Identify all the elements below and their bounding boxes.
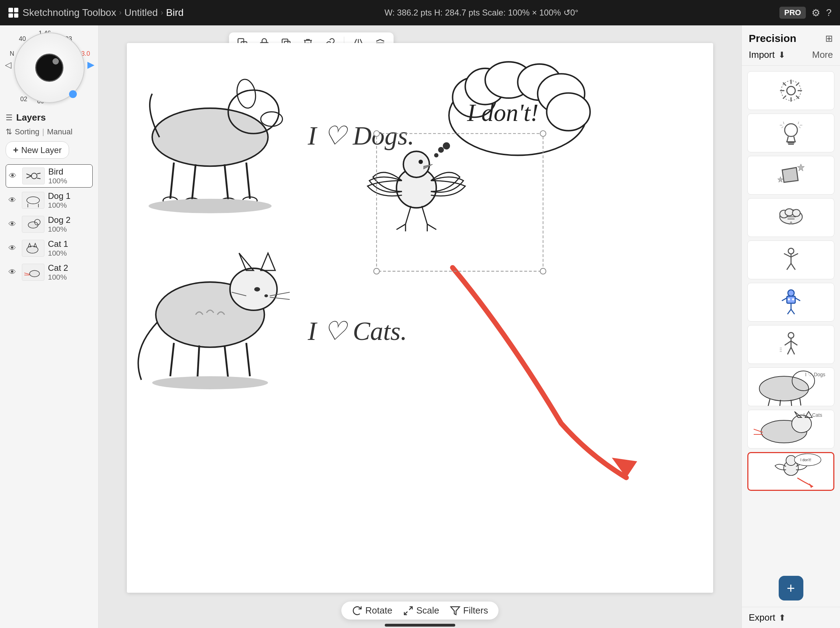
svg-marker-11 <box>28 243 31 247</box>
brush-prev-icon[interactable]: ◁ <box>5 60 11 70</box>
scale-button[interactable]: Scale <box>403 605 439 616</box>
layer-visibility-icon[interactable]: 👁 <box>8 196 18 205</box>
svg-point-35 <box>149 199 272 214</box>
svg-point-62 <box>434 153 438 157</box>
svg-text:I don't!: I don't! <box>467 99 539 126</box>
layer-opacity: 100% <box>48 225 90 233</box>
topbar-dimensions: W: 386.2 pts H: 284.7 pts Scale: 100% × … <box>384 8 578 17</box>
svg-point-71 <box>547 93 590 131</box>
file-name[interactable]: Bird <box>166 7 183 18</box>
svg-line-4 <box>37 178 41 179</box>
layer-item[interactable]: 👁 Cat 2 100% <box>6 261 93 283</box>
svg-line-118 <box>768 399 770 406</box>
svg-line-46 <box>170 343 174 376</box>
right-icon-cloud-text[interactable] <box>747 198 834 237</box>
layers-menu-icon[interactable]: ☰ <box>6 113 13 122</box>
svg-point-80 <box>787 86 795 95</box>
brush-wheel-circle[interactable] <box>14 32 85 103</box>
app-name[interactable]: Sketchnoting Toolbox <box>22 7 116 18</box>
svg-line-121 <box>800 399 801 405</box>
svg-line-3 <box>37 173 41 174</box>
import-label[interactable]: Import <box>749 49 775 60</box>
layers-section: ☰ Layers ⇅ Sorting | Manual + New Layer … <box>0 106 98 289</box>
svg-point-64 <box>443 142 450 150</box>
dimensions-text: W: 386.2 pts H: 284.7 pts Scale: 100% × … <box>384 8 578 17</box>
help-icon[interactable]: ? <box>826 7 832 18</box>
canvas-area[interactable]: I ♡ Dogs. <box>99 25 741 628</box>
layer-name: Dog 1 <box>48 191 90 201</box>
svg-point-98 <box>788 290 794 296</box>
export-icon[interactable]: ⬆ <box>779 613 786 623</box>
layer-name: Cat 1 <box>48 239 90 249</box>
svg-point-89 <box>793 209 800 217</box>
brush-blue-dot <box>69 90 77 98</box>
new-layer-label: New Layer <box>21 145 62 155</box>
doc-name[interactable]: Untitled <box>125 7 158 18</box>
pro-badge[interactable]: PRO <box>779 7 806 19</box>
export-label[interactable]: Export <box>749 612 775 623</box>
filters-button[interactable]: Filters <box>450 605 488 616</box>
layers-header: ☰ Layers <box>6 112 93 123</box>
sorting-label[interactable]: Sorting <box>15 127 39 136</box>
svg-line-97 <box>791 263 795 270</box>
svg-point-10 <box>27 246 38 253</box>
svg-marker-79 <box>451 606 459 615</box>
layer-item[interactable]: 👁 Dog 1 100% <box>6 189 93 212</box>
app-logo[interactable] <box>8 8 18 17</box>
right-icon-lightbulb[interactable] <box>747 114 834 152</box>
svg-line-58 <box>396 224 406 229</box>
import-icon[interactable]: ⬇ <box>778 50 785 60</box>
right-icon-robot[interactable] <box>747 283 834 321</box>
layer-visibility-icon[interactable]: 👁 <box>8 267 18 277</box>
layer-thumbnail <box>22 168 45 184</box>
scrollbar-indicator[interactable] <box>385 624 455 626</box>
scale-label: Scale <box>416 605 439 616</box>
grid-icon[interactable]: ⊞ <box>825 33 833 44</box>
more-label[interactable]: More <box>812 49 833 60</box>
right-thumbnail-cat[interactable]: I ♡ Cats <box>747 410 834 449</box>
svg-line-104 <box>791 309 794 314</box>
layer-name: Cat 2 <box>48 263 90 273</box>
topbar-left: Sketchnoting Toolbox › Untitled › Bird <box>8 7 183 18</box>
right-thumbnail-bird[interactable]: I don't! <box>747 452 834 491</box>
svg-line-27 <box>170 163 174 199</box>
svg-point-63 <box>438 147 444 153</box>
svg-line-109 <box>785 341 791 345</box>
right-icon-stick-figure-1[interactable] <box>747 240 834 279</box>
layer-item[interactable]: 👁 Bird 100% <box>6 165 93 188</box>
svg-line-13 <box>24 273 30 274</box>
layer-item[interactable]: 👁 Cat 1 100% <box>6 237 93 259</box>
breadcrumb-sep1: › <box>119 8 122 17</box>
svg-point-26 <box>261 112 283 126</box>
right-icon-gear[interactable] <box>747 71 834 110</box>
right-icons-grid: I ♡ Dogs I ♡ Cats <box>742 66 840 573</box>
rotate-button[interactable]: Rotate <box>352 605 393 616</box>
new-layer-button[interactable]: + New Layer <box>6 141 69 159</box>
svg-line-28 <box>192 165 196 201</box>
right-thumbnail-dog[interactable]: I ♡ Dogs <box>747 367 834 406</box>
canvas-inner[interactable]: I ♡ Dogs. <box>127 43 713 593</box>
layer-info: Dog 1 100% <box>48 191 90 209</box>
right-icon-stick-figure-2[interactable] <box>747 325 834 364</box>
svg-marker-40 <box>261 253 275 270</box>
svg-text:I ♡ Dogs.: I ♡ Dogs. <box>308 121 414 150</box>
layer-item[interactable]: 👁 Dog 2 100% <box>6 213 93 236</box>
brush-wheel[interactable]: 1.46 40 3.03 N 3.0 02 09 <box>3 29 95 106</box>
sort-icon: ⇅ <box>6 127 12 136</box>
layer-visibility-icon[interactable]: 👁 <box>8 244 18 253</box>
layer-name: Bird <box>48 167 90 177</box>
settings-icon[interactable]: ⚙ <box>812 7 820 19</box>
svg-point-42 <box>264 294 268 297</box>
left-sidebar: 1.46 40 3.03 N 3.0 02 09 <box>0 25 99 628</box>
layer-visibility-icon[interactable]: 👁 <box>8 220 18 229</box>
breadcrumb: Sketchnoting Toolbox › Untitled › Bird <box>22 7 183 18</box>
svg-line-2 <box>27 176 32 178</box>
right-header: Precision ⊞ <box>742 25 840 44</box>
right-icon-shape[interactable] <box>747 156 834 195</box>
layer-name: Dog 2 <box>48 215 90 225</box>
svg-line-29 <box>224 165 228 201</box>
layer-visibility-icon[interactable]: 👁 <box>9 171 19 180</box>
brush-next-icon[interactable]: ▶ <box>87 60 94 70</box>
add-button[interactable]: + <box>779 576 804 601</box>
svg-point-0 <box>32 173 37 179</box>
